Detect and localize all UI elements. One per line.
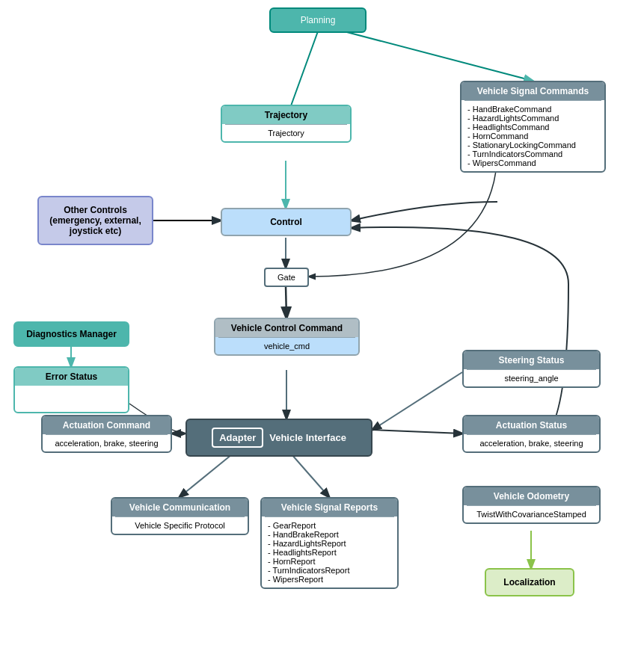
vcc-node: Vehicle Control Command vehicle_cmd [214,318,360,356]
steer-node: Steering Status steering_angle [462,350,601,388]
local-label: Localization [503,577,555,587]
trajectory-body: Trajectory [222,125,350,141]
gate-label: Gate [277,273,295,282]
svg-line-10 [372,372,462,430]
svg-line-4 [286,286,286,318]
vcc-body: vehicle_cmd [215,338,358,354]
vc-title: Vehicle Communication [112,499,248,516]
error-body [15,386,128,412]
vi-label: Vehicle Interface [269,432,346,443]
diag-node: Diagnostics Manager [13,321,129,347]
vc-body: Vehicle Specific Protocol [112,517,248,534]
diagram: Planning Trajectory Trajectory Vehicle S… [0,0,644,660]
actstatus-title: Actuation Status [464,416,599,434]
svg-line-11 [372,430,462,434]
odo-title: Vehicle Odometry [464,487,599,505]
error-title: Error Status [15,368,128,386]
local-node: Localization [485,568,574,596]
adapter-label: Adapter [212,428,263,448]
control-label: Control [270,217,302,227]
vcc-title: Vehicle Control Command [215,319,358,337]
actstatus-body: acceleration, brake, steering [464,435,599,451]
odo-body: TwistWithCovarianceStamped [464,506,599,522]
error-node: Error Status [13,366,129,413]
adapter-vi-node: Adapter Vehicle Interface [185,419,372,457]
steer-title: Steering Status [464,351,599,369]
vsc-node: Vehicle Signal Commands - HandBrakeComma… [460,81,606,173]
gate-node: Gate [264,268,309,287]
trajectory-title: Trajectory [222,106,350,124]
vsc-title: Vehicle Signal Commands [461,82,604,100]
trajectory-node: Trajectory Trajectory [221,105,352,143]
vc-node: Vehicle Communication Vehicle Specific P… [111,497,249,535]
svg-line-8 [180,454,232,497]
planning-label: Planning [301,15,336,25]
actcmd-node: Actuation Command acceleration, brake, s… [41,415,172,453]
control-node: Control [221,208,352,236]
steer-body: steering_angle [464,370,599,386]
other-controls-label: Other Controls (emergency, external, joy… [49,205,141,236]
svg-line-9 [292,454,329,497]
vsr-node: Vehicle Signal Reports - GearReport - Ha… [260,497,399,589]
planning-node: Planning [269,7,367,33]
diag-label: Diagnostics Manager [26,329,117,339]
vsr-title: Vehicle Signal Reports [262,499,397,516]
actstatus-node: Actuation Status acceleration, brake, st… [462,415,601,453]
odo-node: Vehicle Odometry TwistWithCovarianceStam… [462,486,601,524]
actcmd-title: Actuation Command [43,416,171,434]
other-controls-node: Other Controls (emergency, external, joy… [37,196,153,245]
vsc-body: - HandBrakeCommand - HazardLightsCommand… [461,101,604,171]
vsr-body: - GearReport - HandBrakeReport - HazardL… [262,517,397,587]
actcmd-body: acceleration, brake, steering [43,435,171,451]
svg-line-1 [344,31,533,81]
